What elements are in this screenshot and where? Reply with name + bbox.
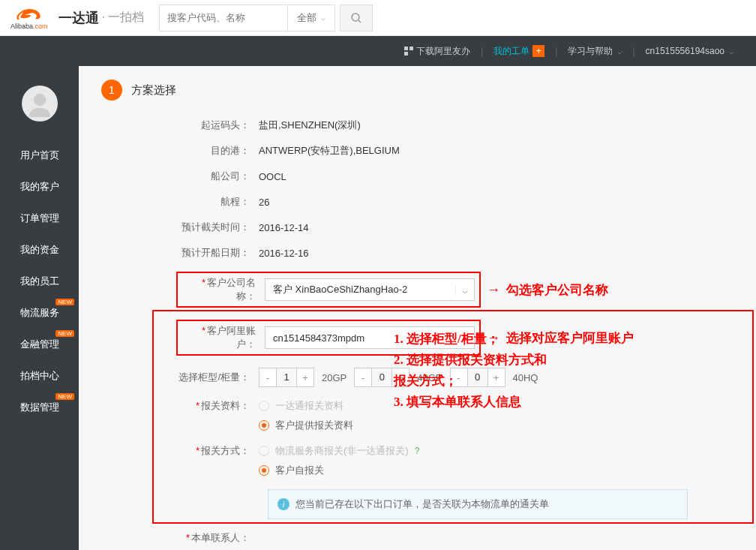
qr-icon [404,47,413,56]
voyage-value: 26 [259,197,269,208]
svg-point-5 [34,94,46,106]
dest-label: 目的港： [176,144,259,158]
avatar[interactable] [22,86,58,122]
info-box: i 您当前已存在以下出口订单，是否关联为本物流单的通关单 [268,489,688,519]
qty-value: 0 [371,368,392,386]
svg-line-1 [358,20,361,23]
search-box: 全部⌵ [159,5,335,32]
radio-icon [259,446,269,456]
info-text: 您当前已存在以下出口订单，是否关联为本物流单的通关单 [296,497,549,511]
radio-label: 一达通报关资料 [275,399,344,413]
plus-button[interactable]: + [297,368,314,386]
sidebar-item-1[interactable]: 我的客户 [0,171,79,203]
sidebar-item-2[interactable]: 订单管理 [0,203,79,234]
step-title: 方案选择 [131,83,176,98]
sidebar-item-4[interactable]: 我的员工 [0,266,79,297]
help-icon[interactable]: ? [415,446,420,456]
radio-label: 客户自报关 [275,464,324,477]
minus-button[interactable]: - [260,368,276,386]
nav-workorder[interactable]: 我的工单+ [494,45,544,58]
radio-label: 物流服务商报关(非一达通报关) [275,444,409,458]
svg-rect-2 [404,47,408,50]
search-button[interactable] [340,5,373,32]
search-icon [350,12,362,24]
quantity-stepper-20GP[interactable]: -1+ [259,368,314,387]
account-label: *客户阿里账户： [182,324,265,351]
svg-rect-4 [404,52,408,56]
voyage-label: 航程： [176,195,259,209]
radio-icon [259,401,269,411]
contact-label: *本单联系人： [176,531,259,545]
nav-download[interactable]: 下载阿里友办 [404,45,470,58]
navbar: 下载阿里友办 | 我的工单+ | 学习与帮助⌵ | cn1515556194sa… [0,36,756,66]
sidebar-item-0[interactable]: 用户首页 [0,140,79,171]
annotation-company: 勾选客户公司名称 [506,281,608,299]
radio-label: 客户提供报关资料 [275,419,353,432]
svg-point-0 [352,14,359,21]
port-value: 盐田,SHENZHEN(深圳) [259,119,361,132]
material-option-0: 一达通报关资料 [259,399,353,413]
new-badge: NEW [56,393,74,400]
chevron-down-icon: ⌵ [455,284,474,296]
step-header: 1 方案选择 [101,80,734,101]
material-label: *报关资料： [176,399,259,413]
sidebar: 用户首页我的客户订单管理我的资金我的员工物流服务NEW金融管理NEW拍档中心数据… [0,66,79,550]
material-option-1[interactable]: 客户提供报关资料 [259,419,353,432]
brand-subtitle: · 一拍档 [102,10,145,26]
sidebar-item-6[interactable]: 金融管理NEW [0,329,79,360]
logo-text: Alibaba.com [10,23,48,30]
method-label: *报关方式： [176,444,259,458]
chevron-down-icon: ⌵ [617,47,622,56]
departure-label: 预计开船日期： [176,246,259,260]
brand-name: 一达通 [58,9,99,27]
search-input[interactable] [160,5,287,31]
nav-username[interactable]: cn1515556194saoo⌵ [646,46,734,56]
chevron-down-icon: ⌵ [321,14,326,22]
search-scope-dropdown[interactable]: 全部⌵ [287,5,334,31]
svg-rect-3 [410,47,413,50]
cutoff-label: 预计截关时间： [176,221,259,234]
avatar-icon [25,89,55,119]
minus-button[interactable]: - [355,368,371,386]
radio-icon [259,465,269,476]
company-label: *客户公司名称： [182,276,265,303]
port-label: 起运码头： [176,119,259,132]
ship-label: 船公司： [176,170,259,183]
new-badge: NEW [56,299,74,305]
annotation-list: 1. 选择柜型/柜量； 2. 选择提供报关资料方式和 报关方式； 3. 填写本单… [394,329,547,413]
method-option-1[interactable]: 客户自报关 [259,464,419,477]
step-number: 1 [101,80,122,101]
info-icon: i [278,498,290,510]
company-select[interactable]: 客户 XinBaoCeShiZhangHao-2⌵ [265,278,475,301]
sidebar-item-8[interactable]: 数据管理NEW [0,392,79,423]
nav-help[interactable]: 学习与帮助⌵ [568,45,622,58]
qty-value: 1 [276,368,297,386]
departure-value: 2016-12-16 [259,248,309,259]
ship-value: OOCL [259,171,286,182]
cutoff-value: 2016-12-14 [259,222,309,233]
sidebar-item-5[interactable]: 物流服务NEW [0,297,79,329]
main-content: 1 方案选择 起运码头：盐田,SHENZHEN(深圳) 目的港：ANTWERP(… [79,66,756,550]
alibaba-logo[interactable]: Alibaba.com [10,6,48,30]
alibaba-logo-icon [14,6,44,23]
method-option-0: 物流服务商报关(非一达通报关)? [259,444,419,458]
unit-label: 20GP [322,372,346,383]
radio-icon [259,420,269,431]
dest-value: ANTWERP(安特卫普),BELGIUM [259,144,400,158]
sidebar-item-7[interactable]: 拍档中心 [0,360,79,392]
arrow-icon: → [487,282,500,298]
top-header: Alibaba.com 一达通 · 一拍档 全部⌵ [0,0,756,36]
chevron-down-icon: ⌵ [729,47,734,56]
new-badge: NEW [56,330,74,337]
container-label: 选择柜型/柜量： [176,371,259,384]
sidebar-item-3[interactable]: 我的资金 [0,234,79,266]
plus-badge: + [532,45,544,57]
